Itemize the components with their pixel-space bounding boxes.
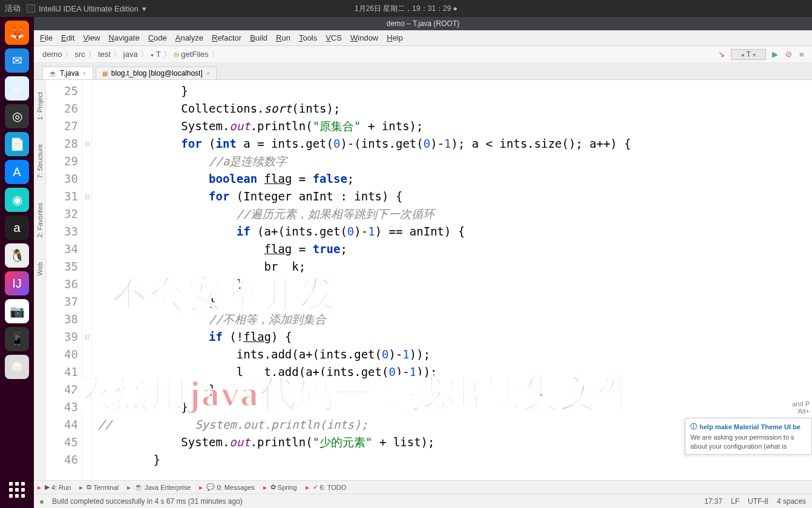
build-status-icon[interactable]: [40, 497, 46, 506]
breadcrumb-java[interactable]: java: [121, 49, 140, 59]
tab-t[interactable]: ☕T.java×: [42, 67, 93, 79]
fold-marker[interactable]: ⊟: [82, 328, 91, 346]
line-number: 30: [46, 170, 78, 188]
menu-code[interactable]: Code: [148, 33, 167, 42]
fold-marker[interactable]: [82, 416, 91, 434]
fold-marker[interactable]: [82, 240, 91, 258]
clock[interactable]: 1月26日 星期二，19：31：29 ●: [355, 4, 457, 14]
dock-qq[interactable]: 🐧: [5, 243, 29, 268]
dock-firefox[interactable]: 🦊: [5, 21, 29, 45]
fold-marker[interactable]: [82, 153, 91, 170]
expand-icon: ▸: [79, 483, 83, 492]
editor[interactable]: 2526272829303132333435363738394041424344…: [46, 80, 812, 480]
breadcrumb-separator: 〉: [140, 50, 148, 59]
dock-appstore[interactable]: A: [5, 160, 29, 184]
fold-marker[interactable]: [82, 258, 91, 275]
dock: 🦊✉☺◎📄A◉a🐧IJ📷📱⛃: [0, 17, 34, 508]
dock-finder[interactable]: ☺: [5, 76, 29, 101]
code-line: }: [98, 82, 812, 100]
stop-icon[interactable]: ■: [797, 50, 806, 59]
fold-marker[interactable]: [82, 434, 91, 451]
code-line: //a是连续数字: [98, 153, 812, 170]
caret-position[interactable]: 17:37: [704, 497, 722, 506]
dock-drive[interactable]: ⛃: [5, 355, 29, 379]
menu-navigate[interactable]: Navigate: [108, 33, 139, 42]
fold-marker[interactable]: [82, 223, 91, 240]
expand-icon: ▸: [127, 483, 131, 492]
line-number: 25: [46, 82, 78, 100]
fold-marker[interactable]: [82, 398, 91, 416]
close-icon[interactable]: ×: [82, 70, 86, 77]
line-number: 26: [46, 100, 78, 117]
close-icon[interactable]: ×: [206, 70, 210, 77]
run-config-selector[interactable]: ● T ▾: [731, 49, 766, 60]
menu-help[interactable]: Help: [387, 33, 403, 42]
locate-icon[interactable]: ↘: [718, 50, 726, 59]
chevron-down-icon: ▾: [142, 4, 146, 13]
tool-web[interactable]: Web: [35, 250, 45, 288]
menu-analyze[interactable]: Analyze: [175, 33, 203, 42]
dock-screenshot[interactable]: 📷: [5, 299, 29, 323]
tool-spring[interactable]: ▸✿Spring: [263, 483, 297, 492]
fold-marker[interactable]: [82, 293, 91, 311]
tool-messages[interactable]: ▸💬0: Messages: [199, 483, 254, 492]
fold-marker[interactable]: [82, 275, 91, 293]
tool-favorites[interactable]: 2: Favorites: [35, 191, 45, 249]
fold-marker[interactable]: [82, 311, 91, 328]
menu-view[interactable]: View: [83, 33, 100, 42]
run-icon[interactable]: ▶: [771, 50, 779, 59]
breadcrumb-src[interactable]: src: [73, 49, 88, 59]
encoding[interactable]: UTF-8: [748, 497, 768, 506]
tool-terminal[interactable]: ▸⧉Terminal: [79, 483, 119, 492]
tool-window-bar-bottom: ▸▶4: Run▸⧉Terminal▸☕Java Enterprise▸💬0: …: [34, 480, 812, 493]
menu-file[interactable]: File: [40, 33, 53, 42]
notification-popup[interactable]: ⓘhelp make Material Theme UI be We are a…: [685, 418, 812, 455]
fold-marker[interactable]: ⊟: [82, 188, 91, 205]
apps-button[interactable]: [5, 478, 29, 502]
dock-intellij[interactable]: IJ: [5, 271, 29, 295]
line-number: 36: [46, 275, 78, 293]
tool-structure[interactable]: 7: Structure: [35, 132, 45, 191]
fold-marker[interactable]: [82, 363, 91, 381]
indent[interactable]: 4 spaces: [777, 497, 806, 506]
fold-marker[interactable]: [82, 82, 91, 100]
tool-project[interactable]: 1: Project: [35, 80, 45, 132]
fold-marker[interactable]: [82, 100, 91, 117]
line-number: 45: [46, 434, 78, 451]
menu-run[interactable]: Run: [276, 33, 290, 42]
line-number: 43: [46, 398, 78, 416]
breadcrumb-demo[interactable]: demo: [40, 49, 65, 59]
activity-label[interactable]: 活动: [5, 3, 21, 14]
fold-marker[interactable]: [82, 117, 91, 135]
breadcrumb-getfiles[interactable]: ⓜ getFiles: [171, 49, 211, 59]
dock-phone[interactable]: 📱: [5, 327, 29, 351]
menu-edit[interactable]: Edit: [61, 33, 74, 42]
tool-run[interactable]: ▸▶4: Run: [38, 483, 71, 492]
tool-javaenterprise[interactable]: ▸☕Java Enterprise: [127, 483, 191, 492]
fold-marker[interactable]: ⊟: [82, 135, 91, 153]
tab-blog[interactable]: ▦blog.t_blog [blog@localhost]×: [96, 67, 217, 79]
menu-refactor[interactable]: Refactor: [212, 33, 241, 42]
code-line: //不相等，添加到集合: [98, 311, 812, 328]
breadcrumb-t[interactable]: ● T: [148, 49, 163, 59]
dock-thunderbird[interactable]: ✉: [5, 48, 29, 73]
breadcrumb-test[interactable]: test: [96, 49, 113, 59]
tool-todo[interactable]: ▸✓6: TODO: [306, 483, 347, 492]
fold-marker[interactable]: [82, 170, 91, 188]
dock-gnome[interactable]: ◉: [5, 188, 29, 212]
dock-rhythmbox[interactable]: ◎: [5, 104, 29, 128]
dock-libreoffice[interactable]: 📄: [5, 132, 29, 156]
line-separator[interactable]: LF: [731, 497, 739, 506]
menu-tools[interactable]: Tools: [299, 33, 317, 42]
fold-gutter[interactable]: ⊟⊟⊟: [82, 80, 92, 480]
menu-window[interactable]: Window: [350, 33, 378, 42]
fold-marker[interactable]: [82, 205, 91, 223]
debug-icon[interactable]: ⊘: [784, 50, 793, 59]
menu-vcs[interactable]: VCS: [326, 33, 342, 42]
fold-marker[interactable]: [82, 346, 91, 363]
dock-amazon[interactable]: a: [5, 216, 29, 240]
app-menu[interactable]: IntelliJ IDEA Ultimate Edition ▾: [27, 4, 146, 13]
menu-build[interactable]: Build: [250, 33, 267, 42]
fold-marker[interactable]: [82, 381, 91, 398]
fold-marker[interactable]: [82, 451, 91, 469]
